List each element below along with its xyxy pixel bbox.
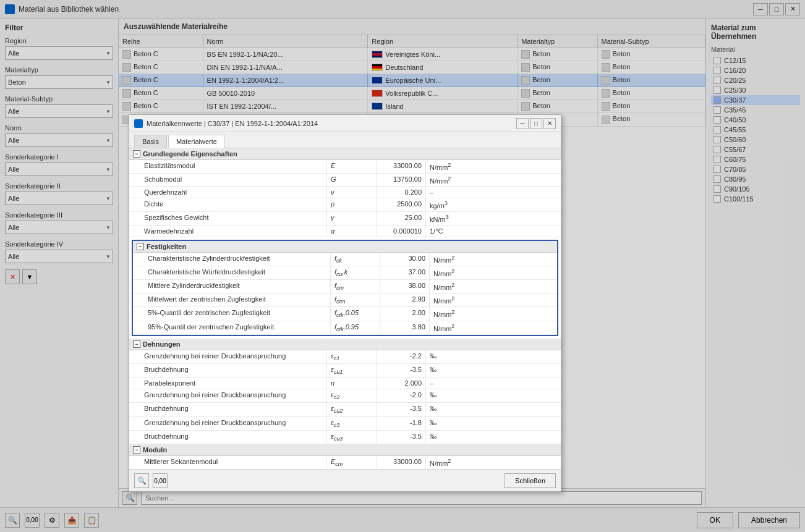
property-value: -2.2 — [377, 350, 426, 363]
section-title: Grundlegende Eigenschaften — [143, 150, 237, 158]
property-value: 37.00 — [380, 266, 430, 279]
property-name: Schubmodul — [129, 174, 327, 187]
property-name: Mittelwert der zentrischen Zugfestigkeit — [133, 293, 331, 306]
property-unit: – — [426, 378, 561, 389]
section-title: Moduln — [143, 446, 167, 454]
property-row: ElastizitätsmodulE33000.00N/mm2 — [129, 160, 561, 174]
property-name: Charakteristische Zylinderdruckfestigkei… — [133, 253, 331, 266]
property-unit: ‰ — [426, 350, 561, 363]
property-row: 5%-Quantil der zentrischen Zugfestigkeit… — [133, 307, 557, 321]
property-unit: ‰ — [426, 389, 561, 402]
property-symbol: fcm — [331, 280, 380, 293]
property-row: Grenzdehnung bei reiner Druckbeanspruchu… — [129, 417, 561, 431]
property-name: Mittlere Zylinderdruckfestigkeit — [133, 280, 331, 293]
property-row: Parabelexponentn2.000– — [129, 378, 561, 389]
property-value: 33000.00 — [377, 160, 426, 173]
property-value: -3.5 — [377, 364, 426, 377]
property-name: Grenzdehnung bei reiner Druckbeanspruchu… — [129, 417, 327, 430]
property-unit: N/mm2 — [430, 253, 557, 266]
property-symbol: fcu,k — [331, 266, 380, 279]
property-value: 0.000010 — [377, 226, 426, 237]
property-unit: kN/m3 — [426, 212, 561, 225]
property-value: 2.000 — [377, 378, 426, 389]
property-name: Bruchdehnung — [129, 364, 327, 377]
property-unit: ‰ — [426, 364, 561, 377]
property-name: 95%-Quantil der zentrischen Zugfestigkei… — [133, 321, 331, 334]
section-header: −Dehnungen — [129, 339, 561, 350]
property-symbol: fctm — [331, 293, 380, 306]
property-symbol: G — [327, 174, 377, 187]
property-row: Charakteristische Würfeldruckfestigkeitf… — [133, 266, 557, 280]
property-unit: kg/m3 — [426, 198, 561, 211]
section-dehnungen: −DehnungenGrenzdehnung bei reiner Druckb… — [129, 339, 561, 444]
property-row: Bruchdehnungεcu1-3.5‰ — [129, 364, 561, 378]
property-unit: N/mm2 — [426, 174, 561, 187]
modal-icon — [134, 119, 143, 128]
property-unit: ‰ — [426, 431, 561, 444]
modal-tab-basis[interactable]: Basis — [134, 135, 167, 148]
modal-close-btn[interactable]: Schließen — [505, 473, 556, 488]
property-unit: ‰ — [426, 417, 561, 430]
property-symbol: E — [327, 160, 377, 173]
modal-overlay: Materialkennwerte | C30/37 | EN 1992-1-1… — [0, 0, 805, 532]
modal-measure-icon[interactable]: 0,00 — [153, 473, 168, 488]
property-unit: N/mm2 — [430, 266, 557, 279]
property-unit: ‰ — [426, 403, 561, 416]
section-header: −Grundlegende Eigenschaften — [129, 148, 561, 160]
section-title: Festigkeiten — [147, 243, 186, 250]
property-row: Mittelwert der zentrischen Zugfestigkeit… — [133, 293, 557, 307]
property-value: -3.5 — [377, 431, 426, 444]
expand-icon[interactable]: − — [133, 340, 140, 348]
property-unit: N/mm2 — [430, 321, 557, 334]
property-symbol: ρ — [327, 198, 377, 211]
property-unit: – — [426, 187, 561, 198]
property-value: 2500.00 — [377, 198, 426, 211]
property-name: Dichte — [129, 198, 327, 211]
property-name: Elastizitätsmodul — [129, 160, 327, 173]
modal-title: Materialkennwerte | C30/37 | EN 1992-1-1… — [147, 120, 515, 127]
property-symbol: n — [327, 378, 377, 389]
modal-close[interactable]: ✕ — [543, 118, 556, 129]
property-name: Charakteristische Würfeldruckfestigkeit — [133, 266, 331, 279]
property-unit: N/mm2 — [426, 160, 561, 173]
property-value: -2.0 — [377, 389, 426, 402]
property-row: Grenzdehnung bei reiner Druckbeanspruchu… — [129, 389, 561, 403]
property-name: Grenzdehnung bei reiner Druckbeanspruchu… — [129, 350, 327, 363]
property-name: Wärmedehnzahl — [129, 226, 327, 237]
modal-dialog: Materialkennwerte | C30/37 | EN 1992-1-1… — [129, 114, 561, 492]
section-title: Dehnungen — [143, 340, 181, 348]
property-symbol: Ecm — [327, 456, 377, 469]
property-unit: N/mm2 — [430, 293, 557, 306]
property-value: 30.00 — [380, 253, 430, 266]
property-value: 13750.00 — [377, 174, 426, 187]
modal-maximize[interactable]: □ — [530, 118, 542, 129]
property-value: -1.8 — [377, 417, 426, 430]
expand-icon[interactable]: − — [133, 150, 140, 158]
property-row: Bruchdehnungεcu2-3.5‰ — [129, 403, 561, 416]
property-row: SchubmodulG13750.00N/mm2 — [129, 174, 561, 187]
property-symbol: εc3 — [327, 417, 377, 430]
property-name: Spezifisches Gewicht — [129, 212, 327, 225]
property-value: -3.5 — [377, 403, 426, 416]
property-value: 0.200 — [377, 187, 426, 198]
modal-minimize[interactable]: ─ — [516, 118, 529, 129]
property-row: Bruchdehnungεcu3-3.5‰ — [129, 431, 561, 444]
property-name: Mittlerer Sekantenmodul — [129, 456, 327, 469]
modal-title-bar: Materialkennwerte | C30/37 | EN 1992-1-1… — [129, 115, 561, 132]
property-row: 95%-Quantil der zentrischen Zugfestigkei… — [133, 321, 557, 335]
property-unit: 1/°C — [426, 226, 561, 237]
section-header: −Moduln — [129, 444, 561, 456]
property-symbol: εcu1 — [327, 364, 377, 377]
property-row: Charakteristische Zylinderdruckfestigkei… — [133, 253, 557, 266]
modal-tab-materialwerte[interactable]: Materialwerte — [168, 135, 225, 148]
modal-search-icon[interactable]: 🔍 — [134, 473, 149, 488]
property-unit: N/mm2 — [426, 456, 561, 469]
property-value: 3.80 — [380, 321, 430, 334]
festigkeiten-block: −FestigkeitenCharakteristische Zylinderd… — [132, 240, 558, 336]
expand-icon[interactable]: − — [137, 243, 144, 250]
property-name: 5%-Quantil der zentrischen Zugfestigkeit — [133, 307, 331, 320]
property-row: Mittlerer SekantenmodulEcm33000.00N/mm2 — [129, 456, 561, 470]
property-row: Wärmedehnzahlα0.0000101/°C — [129, 226, 561, 237]
expand-icon[interactable]: − — [133, 446, 140, 454]
property-symbol: εc2 — [327, 389, 377, 402]
